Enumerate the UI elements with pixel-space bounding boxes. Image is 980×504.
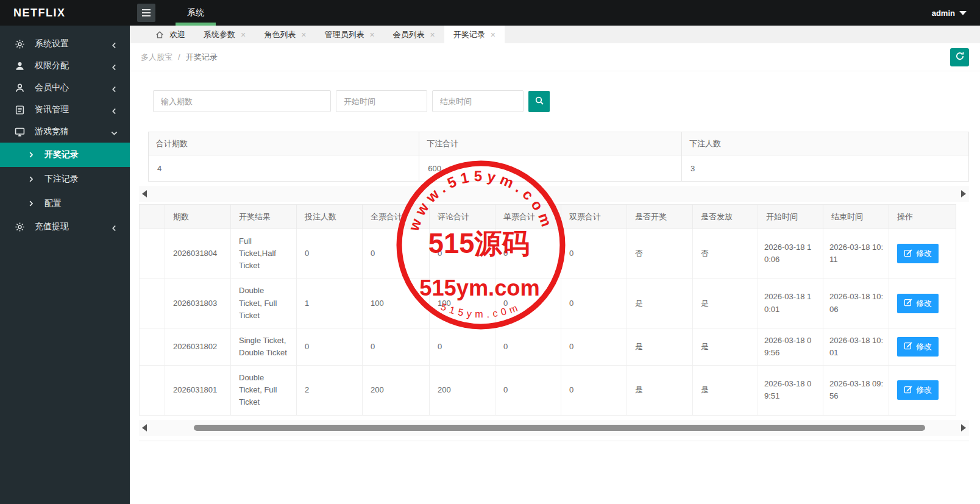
- chevron-down-icon: [111, 129, 118, 135]
- col-end-time: 结束时间: [823, 205, 889, 229]
- cell-start-time: 2026-03-18 09:51: [758, 366, 823, 415]
- search-toolbar: [153, 90, 980, 112]
- scroll-right-icon[interactable]: [961, 424, 966, 431]
- cell-comment-total: 200: [430, 366, 495, 415]
- cell-end-time: 2026-03-18 09:56: [823, 366, 889, 415]
- start-time-input[interactable]: [336, 90, 427, 112]
- sidebar-item-label: 权限分配: [35, 60, 111, 71]
- col-result: 开奖结果: [231, 205, 297, 229]
- sidebar-item-game-guess[interactable]: 游戏竞猜: [0, 121, 130, 143]
- summary-value-total-periods: 4: [149, 155, 419, 182]
- cell-single-total: 0: [495, 366, 561, 415]
- cell-period: 2026031802: [165, 328, 231, 365]
- scroll-left-icon[interactable]: [142, 190, 147, 197]
- edit-icon: [904, 341, 912, 352]
- chevron-left-icon: [111, 224, 118, 230]
- cell-result: Full Ticket,Half Ticket: [231, 229, 297, 279]
- search-button[interactable]: [528, 91, 550, 112]
- table-row: 2026031803 Double Ticket, Full Ticket 1 …: [140, 279, 956, 328]
- edit-button[interactable]: 修改: [897, 380, 939, 400]
- edit-icon: [904, 298, 912, 308]
- user-permission-icon: [15, 61, 25, 71]
- summary-header-bettor-count: 下注人数: [681, 132, 968, 155]
- topnav-label: 系统: [187, 7, 204, 18]
- chevron-right-icon: [28, 152, 34, 158]
- cell-bet-count: 0: [297, 229, 363, 279]
- cell-issued: 是: [693, 328, 758, 365]
- col-issued: 是否发放: [693, 205, 758, 229]
- horizontal-scroll-hint-top: [139, 186, 969, 202]
- sidebar-item-member-center[interactable]: 会员中心: [0, 77, 130, 99]
- close-icon[interactable]: ×: [301, 30, 306, 39]
- scroll-right-icon[interactable]: [961, 190, 966, 197]
- cell-select: [140, 229, 165, 279]
- breadcrumb: 多人股宝 / 开奖记录: [130, 43, 980, 71]
- breadcrumb-current: 开奖记录: [186, 52, 218, 63]
- scroll-left-icon[interactable]: [142, 424, 147, 431]
- edit-icon: [904, 249, 912, 259]
- cell-end-time: 2026-03-18 10:11: [823, 229, 889, 279]
- hamburger-menu-icon[interactable]: [137, 4, 155, 22]
- cell-select: [140, 279, 165, 328]
- chevron-left-icon: [111, 41, 118, 48]
- breadcrumb-separator: /: [178, 52, 180, 62]
- cell-actions: 修改: [889, 366, 956, 415]
- refresh-button[interactable]: [950, 48, 969, 66]
- tab-role-list[interactable]: 角色列表 ×: [255, 26, 315, 43]
- sidebar-menu: 系统设置 权限分配 会员中心 资讯管理 游戏竞猜: [0, 26, 130, 238]
- col-drawn: 是否开奖: [627, 205, 693, 229]
- edit-button[interactable]: 修改: [897, 244, 939, 263]
- cell-start-time: 2026-03-18 10:06: [758, 229, 823, 279]
- cell-double-total: 0: [561, 366, 627, 415]
- tab-system-params[interactable]: 系统参数 ×: [194, 26, 255, 43]
- tab-label: 系统参数: [204, 29, 235, 40]
- table-header-row: 期数 开奖结果 投注人数 全票合计 评论合计 单票合计 双票合计 是否开奖 是否…: [140, 205, 956, 229]
- close-icon[interactable]: ×: [491, 30, 495, 39]
- user-menu[interactable]: admin: [932, 9, 967, 18]
- cell-comment-total: 0: [430, 328, 495, 365]
- sidebar-subitem-label: 开奖记录: [44, 149, 79, 160]
- cell-bet-count: 1: [297, 279, 363, 328]
- sidebar-item-system-settings[interactable]: 系统设置: [0, 33, 130, 55]
- cell-result: Double Ticket, Full Ticket: [231, 366, 297, 415]
- scrollbar-thumb[interactable]: [194, 425, 925, 431]
- sidebar-item-label: 充值提现: [35, 221, 111, 232]
- cell-start-time: 2026-03-18 09:56: [758, 328, 823, 365]
- horizontal-scrollbar: [139, 420, 969, 436]
- period-input[interactable]: [153, 90, 331, 112]
- topnav-item-system[interactable]: 系统: [165, 0, 226, 26]
- tab-member-list[interactable]: 会员列表 ×: [384, 26, 444, 43]
- cell-double-total: 0: [561, 328, 627, 365]
- col-double-total: 双票合计: [561, 205, 627, 229]
- cell-full-total: 0: [363, 229, 430, 279]
- cell-issued: 是: [693, 366, 758, 415]
- summary-header-total-periods: 合计期数: [149, 132, 419, 155]
- cell-drawn: 是: [627, 366, 693, 415]
- caret-down-icon: [959, 11, 967, 15]
- sidebar-subitem-config[interactable]: 配置: [0, 191, 130, 216]
- close-icon[interactable]: ×: [369, 30, 374, 39]
- close-icon[interactable]: ×: [430, 30, 435, 39]
- edit-button-label: 修改: [916, 298, 932, 309]
- chevron-left-icon: [111, 107, 118, 113]
- sidebar-item-permissions[interactable]: 权限分配: [0, 55, 130, 77]
- end-time-input[interactable]: [432, 90, 524, 112]
- col-full-total: 全票合计: [363, 205, 430, 229]
- tab-label: 欢迎: [169, 29, 185, 40]
- tab-admin-list[interactable]: 管理员列表 ×: [315, 26, 383, 43]
- edit-icon: [904, 385, 912, 396]
- tab-welcome[interactable]: 欢迎: [146, 26, 194, 43]
- sidebar-item-news[interactable]: 资讯管理: [0, 99, 130, 121]
- cell-drawn: 否: [627, 229, 693, 279]
- sidebar-subitem-bet-records[interactable]: 下注记录: [0, 167, 130, 191]
- edit-button[interactable]: 修改: [897, 294, 939, 313]
- sidebar-subitem-draw-records[interactable]: 开奖记录: [0, 143, 130, 167]
- sidebar-item-label: 会员中心: [35, 82, 111, 93]
- close-icon[interactable]: ×: [241, 30, 246, 39]
- tab-draw-records[interactable]: 开奖记录 ×: [444, 26, 505, 43]
- active-nav-underline: [176, 23, 216, 26]
- sidebar-item-recharge-withdraw[interactable]: 充值提现: [0, 216, 130, 238]
- cell-actions: 修改: [889, 279, 956, 328]
- edit-button[interactable]: 修改: [897, 337, 939, 357]
- member-icon: [15, 83, 25, 93]
